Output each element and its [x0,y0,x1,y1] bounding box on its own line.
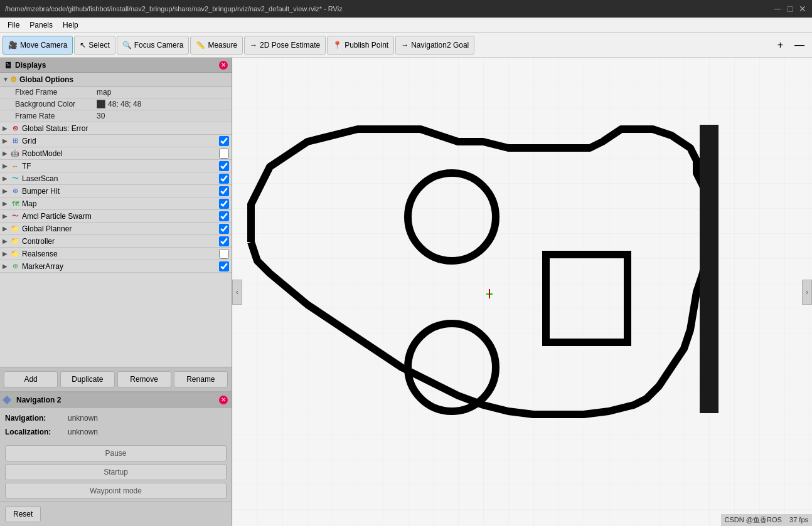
waypoint-mode-button[interactable]: Waypoint mode [5,483,227,499]
pause-button[interactable]: Pause [5,445,227,461]
pose-estimate-label: 2D Pose Estimate [260,41,320,50]
tree-item-map[interactable]: ▶ 🗺 Map [0,197,232,210]
measure-button[interactable]: 📏 Measure [190,36,243,55]
left-nav-arrow[interactable]: ‹ [232,280,242,305]
nav2-title: Navigation 2 [16,396,61,404]
frame-rate-row: Frame Rate 30 [0,110,232,122]
displays-panel-title: Displays [15,61,46,70]
nav2-navigation-row: Navigation: unknown [5,411,227,425]
tree-item-global-status[interactable]: ▶ ⊗ Global Status: Error [0,122,232,135]
measure-icon: 📏 [196,41,205,50]
remove-button[interactable]: Remove [117,371,171,387]
laserscan-icon: 〜 [10,174,20,184]
tree-item-amcl[interactable]: ▶ 〜 Amcl Particle Swarm [0,210,232,223]
reset-button[interactable]: Reset [5,506,41,522]
focus-camera-button[interactable]: 🔍 Focus Camera [117,36,190,55]
amcl-checkbox[interactable] [219,211,229,221]
nav2-close-button[interactable]: ✕ [219,396,228,404]
amcl-label: Amcl Particle Swarm [22,212,218,221]
add-display-button[interactable]: + [772,36,788,55]
tree-item-robotmodel[interactable]: ▶ 🤖 RobotModel [0,147,232,160]
3d-view[interactable]: ‹ › CSDN @鱼香ROS 37 fps [232,58,812,526]
menu-panels[interactable]: Panels [24,19,58,31]
realsense-arrow: ▶ [3,250,10,257]
global-planner-checkbox[interactable] [219,224,229,234]
tree-item-controller[interactable]: ▶ 📁 Controller [0,235,232,248]
svg-point-3 [408,173,496,261]
right-nav-arrow[interactable]: › [802,280,812,305]
svg-point-4 [408,323,496,411]
controller-checkbox[interactable] [219,236,229,246]
tf-icon: ↔ [10,161,20,171]
tree-item-global-planner[interactable]: ▶ 📁 Global Planner [0,223,232,235]
tree-item-markerarray[interactable]: ▶ ⊛ MarkerArray [0,260,232,273]
robotmodel-checkbox[interactable] [219,149,229,159]
tree-item-bumperhit[interactable]: ▶ ⊛ Bumper Hit [0,185,232,197]
pose-estimate-button[interactable]: → 2D Pose Estimate [244,36,326,55]
displays-header: 🖥 Displays ✕ [0,58,232,73]
frame-rate-value[interactable]: 30 [97,112,229,120]
select-button[interactable]: ↖ Select [74,36,115,55]
publish-point-button[interactable]: 📍 Publish Point [327,36,394,55]
laserscan-checkbox[interactable] [219,174,229,184]
main-layout: 🖥 Displays ✕ ▼ ⚙ Global Options Fixed Fr… [0,58,812,526]
grid-arrow: ▶ [3,137,10,144]
background-color-row: Background Color 48; 48; 48 [0,98,232,110]
startup-button[interactable]: Startup [5,464,227,480]
bumperhit-arrow: ▶ [3,187,10,194]
titlebar-title: /home/mzebra/code/github/fishbot/install… [5,5,343,13]
nav2-goal-label: Navigation2 Goal [411,41,469,50]
grid-label: Grid [22,137,218,145]
global-options-header[interactable]: ▼ ⚙ Global Options [0,73,232,87]
close-button[interactable]: ✕ [798,4,807,13]
bumperhit-icon: ⊛ [10,186,20,196]
minimize-button[interactable]: ─ [773,4,782,13]
nav2-goal-button[interactable]: → Navigation2 Goal [395,36,474,55]
markerarray-label: MarkerArray [22,262,218,271]
add-button[interactable]: Add [4,371,58,387]
fixed-frame-row: Fixed Frame map [0,87,232,98]
background-color-swatch [97,100,105,108]
nav2-navigation-value: unknown [68,414,98,423]
tf-checkbox[interactable] [219,161,229,171]
rename-button[interactable]: Rename [174,371,228,387]
nav2-diamond-icon [3,395,11,404]
displays-close-button[interactable]: ✕ [219,61,228,70]
markerarray-arrow: ▶ [3,263,10,270]
amcl-arrow: ▶ [3,213,10,219]
tf-label: TF [22,162,218,171]
menu-help[interactable]: Help [58,19,83,31]
svg-rect-5 [546,255,628,342]
tree-item-tf[interactable]: ▶ ↔ TF [0,160,232,172]
move-camera-label: Move Camera [20,41,67,50]
map-label: Map [22,199,218,208]
markerarray-checkbox[interactable] [219,261,229,271]
tree-item-realsense[interactable]: ▶ 📁 Realsense [0,248,232,260]
svg-rect-2 [700,125,719,413]
duplicate-button[interactable]: Duplicate [60,371,114,387]
displays-tree: ▼ ⚙ Global Options Fixed Frame map Backg… [0,73,232,367]
fixed-frame-value[interactable]: map [97,88,229,97]
nav2-header: Navigation 2 ✕ [0,392,232,408]
focus-camera-icon: 🔍 [122,41,132,50]
measure-label: Measure [208,41,237,50]
maximize-button[interactable]: □ [786,4,794,13]
amcl-icon: 〜 [10,211,20,221]
select-label: Select [88,41,109,50]
background-color-value[interactable]: 48; 48; 48 [97,100,229,108]
tree-item-laserscan[interactable]: ▶ 〜 LaserScan [0,172,232,185]
move-camera-button[interactable]: 🎥 Move Camera [3,36,73,55]
global-options-icon: ⚙ [10,75,17,84]
select-icon: ↖ [80,41,86,50]
left-panel: 🖥 Displays ✕ ▼ ⚙ Global Options Fixed Fr… [0,58,232,526]
remove-display-button[interactable]: — [789,36,809,55]
menu-file[interactable]: File [3,19,24,31]
realsense-checkbox[interactable] [219,249,229,259]
robotmodel-icon: 🤖 [10,149,20,159]
nav2-navigation-label: Navigation: [5,414,68,423]
bumperhit-checkbox[interactable] [219,186,229,196]
map-checkbox[interactable] [219,199,229,209]
tree-item-grid[interactable]: ▶ ⊞ Grid [0,135,232,147]
tf-arrow: ▶ [3,162,10,169]
grid-checkbox[interactable] [219,136,229,146]
